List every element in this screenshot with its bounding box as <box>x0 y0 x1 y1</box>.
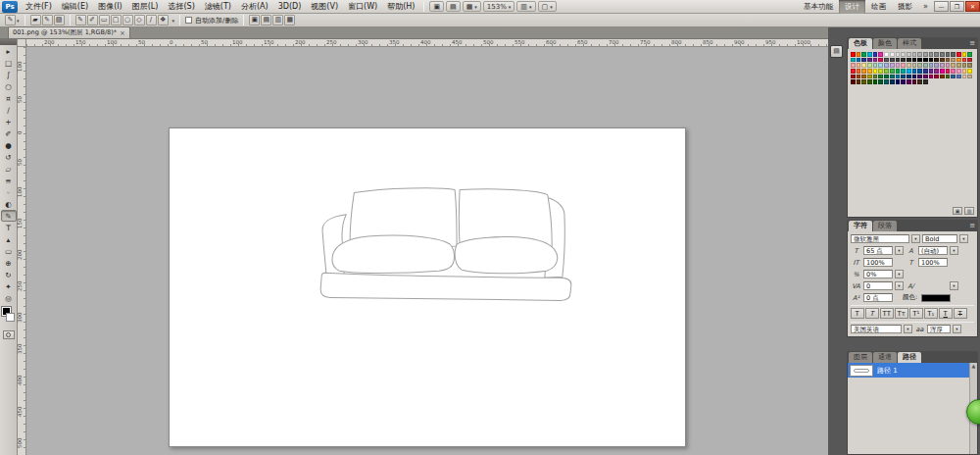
color-swatch[interactable] <box>873 69 878 74</box>
color-swatch[interactable] <box>951 58 956 63</box>
tracking-dropdown-icon[interactable]: ▾ <box>895 281 904 290</box>
color-swatch[interactable] <box>884 69 889 74</box>
shape-button-5[interactable]: ◇ <box>134 15 145 25</box>
color-swatch[interactable] <box>917 58 922 63</box>
close-button[interactable]: ✕ <box>965 1 980 12</box>
tool-preset-arrow-icon[interactable]: ▾ <box>17 18 20 24</box>
anti-alias-dropdown-icon[interactable]: ▾ <box>953 325 961 333</box>
new-swatch-button[interactable]: ▣ <box>953 207 962 215</box>
3d-rotate-tool[interactable]: ⊕ <box>1 257 17 269</box>
color-swatch[interactable] <box>923 63 928 68</box>
text-color-swatch[interactable] <box>921 294 951 302</box>
shape-button-7[interactable]: ❖ <box>158 15 169 25</box>
color-swatch[interactable] <box>906 75 911 79</box>
hand-tool[interactable]: ✦ <box>1 280 17 292</box>
type-tool[interactable]: T <box>1 222 17 233</box>
menu-item-E[interactable]: 编辑(E) <box>57 0 93 14</box>
brush-tool[interactable]: ✐ <box>1 127 17 139</box>
color-swatch[interactable] <box>929 63 934 68</box>
color-swatch[interactable] <box>917 79 922 84</box>
screen-mode-button[interactable]: ▢▾ <box>538 1 557 12</box>
menu-item-H[interactable]: 帮助(H) <box>382 0 419 14</box>
launch-bridge-button[interactable]: ▣ <box>429 1 444 12</box>
shape-button-1[interactable]: ✐ <box>87 15 98 25</box>
color-swatch[interactable] <box>962 63 967 68</box>
collapsed-panel-icon[interactable]: ▤ <box>830 45 843 58</box>
workspace-button-摄影[interactable]: 摄影 <box>892 0 918 14</box>
move-tool[interactable]: ▸ <box>1 45 17 57</box>
color-swatch[interactable] <box>861 63 866 68</box>
color-swatch[interactable] <box>940 69 945 74</box>
color-swatch[interactable] <box>861 69 866 74</box>
clone-stamp-tool[interactable]: ● <box>1 139 17 151</box>
color-swatch[interactable] <box>912 79 917 84</box>
color-swatch[interactable] <box>873 52 878 57</box>
color-swatch[interactable] <box>851 79 856 84</box>
color-swatch[interactable] <box>946 58 951 63</box>
color-swatch[interactable] <box>923 58 928 63</box>
canvas[interactable] <box>169 127 686 447</box>
language-dropdown-icon[interactable]: ▾ <box>904 325 912 333</box>
font-style-field[interactable]: Bold <box>922 234 957 243</box>
color-swatch[interactable] <box>912 75 917 79</box>
kerning-dropdown-icon[interactable]: ▾ <box>950 281 958 290</box>
workspace-overflow-button[interactable]: » <box>918 2 933 11</box>
swatches-tab-色板[interactable]: 色板 <box>849 38 872 49</box>
color-swatch[interactable] <box>962 75 967 79</box>
workspace-button-设计[interactable]: 设计 <box>839 0 865 14</box>
color-swatch[interactable] <box>956 58 961 63</box>
color-swatch[interactable] <box>884 75 889 79</box>
color-swatch[interactable] <box>934 63 939 68</box>
color-swatch[interactable] <box>851 75 856 79</box>
anti-alias-field[interactable]: 浑厚 <box>927 325 951 333</box>
color-swatch[interactable] <box>940 75 945 79</box>
color-swatch[interactable] <box>912 58 917 63</box>
menu-item-3DD[interactable]: 3D(D) <box>273 0 307 14</box>
color-swatch[interactable] <box>917 75 922 79</box>
proportional-spacing-field[interactable]: 0% <box>863 270 893 278</box>
color-swatch[interactable] <box>929 58 934 63</box>
color-swatch[interactable] <box>962 58 967 63</box>
color-swatch[interactable] <box>923 69 928 74</box>
menu-item-V[interactable]: 视图(V) <box>306 0 343 14</box>
all-caps-button[interactable]: TT <box>880 308 894 319</box>
color-swatch[interactable] <box>901 52 906 57</box>
lasso-tool[interactable]: ∫ <box>1 69 17 80</box>
view-extras-button[interactable]: ▦▾ <box>463 1 481 12</box>
color-swatch[interactable] <box>901 79 906 84</box>
color-swatch[interactable] <box>946 69 951 74</box>
color-swatch[interactable] <box>873 79 878 84</box>
paths-tab-路径[interactable]: 路径 <box>898 352 921 363</box>
color-swatch[interactable] <box>861 58 866 63</box>
color-swatch[interactable] <box>867 69 872 74</box>
color-swatch[interactable] <box>934 69 939 74</box>
quick-selection-tool[interactable]: ○ <box>1 80 17 92</box>
blur-tool[interactable]: ◦ <box>1 186 17 198</box>
3d-roll-tool[interactable]: ↻ <box>1 269 17 280</box>
document-tab[interactable]: 001.png @ 153%(图层 1,RGB/8)* × <box>8 26 130 38</box>
color-swatch[interactable] <box>857 52 861 57</box>
color-swatch[interactable] <box>884 63 889 68</box>
swatches-tab-颜色[interactable]: 颜色 <box>873 38 897 49</box>
mode-button-0[interactable]: ▰ <box>30 15 41 25</box>
color-swatch[interactable] <box>896 69 901 74</box>
character-tab-字符[interactable]: 字符 <box>849 221 872 231</box>
color-swatch[interactable] <box>878 75 883 79</box>
color-swatch[interactable] <box>906 63 911 68</box>
color-swatch[interactable] <box>923 75 928 79</box>
color-swatch[interactable] <box>878 58 883 63</box>
path-op-button-1[interactable]: ▤ <box>261 15 271 25</box>
faux-italic-button[interactable]: T <box>865 308 879 319</box>
color-swatch[interactable] <box>867 52 872 57</box>
color-swatch[interactable] <box>934 52 939 57</box>
color-swatch[interactable] <box>906 58 911 63</box>
small-caps-button[interactable]: Tт <box>895 308 908 319</box>
baseline-shift-field[interactable]: 0 点 <box>863 293 893 302</box>
color-swatch[interactable] <box>967 75 972 79</box>
zoom-level-dropdown[interactable]: 153%▾ <box>483 1 515 12</box>
color-swatch[interactable] <box>857 63 861 68</box>
history-brush-tool[interactable]: ↺ <box>1 151 17 163</box>
menu-item-I[interactable]: 图像(I) <box>93 0 127 14</box>
color-swatch[interactable] <box>929 69 934 74</box>
faux-bold-button[interactable]: T <box>851 308 864 319</box>
